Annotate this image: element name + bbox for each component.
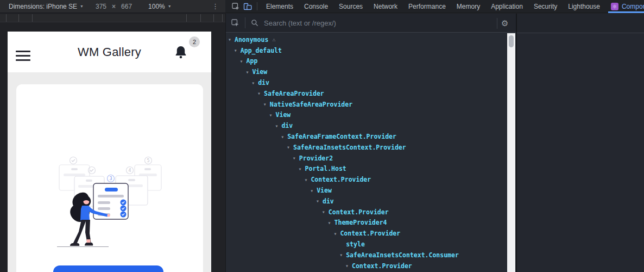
tree-row-div[interactable]: ▾div bbox=[226, 77, 507, 88]
search-input[interactable] bbox=[263, 18, 444, 28]
component-name: SafeAreaInsetsContext.Provider bbox=[293, 144, 406, 151]
device-toolbar: Dimensions: iPhone SE ▼ 375 × 667 100% ▼… bbox=[0, 0, 225, 13]
expand-arrow-icon[interactable]: ▾ bbox=[228, 36, 235, 42]
tree-row-app[interactable]: ▾App bbox=[226, 56, 507, 67]
inspect-component-icon[interactable] bbox=[231, 18, 239, 27]
tree-row-safeareaframecontext-provider[interactable]: ▾SafeAreaFrameContext.Provider bbox=[226, 131, 507, 142]
tree-row-themeprovider4[interactable]: ▾ThemeProvider4 bbox=[226, 218, 507, 228]
tree-row-app-default[interactable]: ▾App_default bbox=[226, 45, 507, 56]
expand-arrow-icon[interactable]: ▾ bbox=[251, 80, 258, 86]
device-toolbar-toggle-icon[interactable] bbox=[242, 0, 254, 13]
tab-label: Console bbox=[304, 3, 328, 10]
component-name: Context.Provider bbox=[352, 262, 412, 270]
expand-arrow-icon[interactable]: ▾ bbox=[322, 209, 329, 215]
primary-action-button[interactable] bbox=[53, 265, 163, 272]
expand-arrow-icon[interactable]: ▾ bbox=[339, 252, 346, 258]
expand-arrow-icon[interactable]: ▾ bbox=[299, 166, 305, 172]
tab-label: Security bbox=[534, 3, 557, 10]
expand-arrow-icon[interactable]: ▾ bbox=[287, 144, 293, 150]
tab-console[interactable]: Console bbox=[299, 0, 333, 13]
tab-security[interactable]: Security bbox=[528, 0, 563, 13]
props-pane-toolbar bbox=[517, 14, 644, 33]
component-name: App bbox=[247, 57, 258, 65]
ruler bbox=[0, 14, 225, 22]
component-name: Context.Provider bbox=[329, 208, 389, 216]
component-name: div bbox=[281, 122, 293, 129]
tree-row-view[interactable]: ▾View bbox=[226, 110, 507, 121]
expand-arrow-icon[interactable]: ▾ bbox=[310, 188, 317, 194]
search-icon bbox=[251, 19, 258, 27]
tab-lighthouse[interactable]: Lighthouse bbox=[563, 0, 605, 13]
dimensions-label: Dimensions: iPhone SE bbox=[9, 3, 77, 10]
dimensions-select[interactable]: Dimensions: iPhone SE ▼ bbox=[9, 3, 84, 10]
expand-arrow-icon[interactable]: ▾ bbox=[257, 90, 264, 96]
expand-arrow-icon[interactable]: ▾ bbox=[281, 134, 287, 140]
tree-row-provider2[interactable]: ▾Provider2 bbox=[226, 153, 507, 164]
zoom-select[interactable]: 100% ▼ bbox=[148, 3, 172, 10]
react-logo-icon: ⚛ bbox=[611, 3, 618, 10]
tree-row-context-provider[interactable]: ▾Context.Provider bbox=[226, 228, 507, 239]
component-name: Provider2 bbox=[299, 154, 333, 162]
tree-row-view[interactable]: ▾View bbox=[226, 66, 507, 77]
tree-row-safeareainsetscontext-provider[interactable]: ▾SafeAreaInsetsContext.Provider bbox=[226, 142, 507, 153]
content-card: 5 4 3 bbox=[16, 84, 203, 272]
app-body: 5 4 3 bbox=[8, 72, 211, 272]
svg-text:5: 5 bbox=[147, 158, 149, 163]
gear-icon[interactable]: ⚙ bbox=[501, 14, 508, 33]
expand-arrow-icon[interactable]: ▾ bbox=[333, 231, 340, 237]
device-width-field[interactable]: 375 bbox=[96, 3, 106, 10]
expand-arrow-icon[interactable]: ▾ bbox=[263, 101, 270, 107]
expand-arrow-icon[interactable]: ▾ bbox=[293, 155, 299, 161]
tree-row-safeareaprovider[interactable]: ▾SafeAreaProvider bbox=[226, 88, 507, 99]
notification-bell-icon[interactable] bbox=[173, 44, 188, 60]
expand-arrow-icon[interactable]: ▾ bbox=[275, 123, 281, 129]
tab-sources[interactable]: Sources bbox=[333, 0, 368, 13]
expand-arrow-icon[interactable]: ▾ bbox=[245, 69, 252, 75]
components-panel: ⚙ ▾Anonymous⚠▾App_default▾App▾View▾div▾S… bbox=[225, 14, 644, 272]
expand-arrow-icon[interactable]: ▾ bbox=[240, 58, 247, 64]
scrollbar-thumb[interactable] bbox=[509, 35, 514, 47]
tab-label: Lighthouse bbox=[568, 3, 600, 10]
tab-label: Elements bbox=[266, 3, 293, 10]
tree-row-style[interactable]: ▾style bbox=[226, 239, 507, 250]
expand-arrow-icon[interactable]: ▾ bbox=[234, 47, 241, 53]
tab-application[interactable]: Application bbox=[485, 0, 528, 13]
expand-arrow-icon[interactable]: ▾ bbox=[269, 112, 276, 118]
app-header: WM Gallery 2 bbox=[8, 32, 211, 72]
divider bbox=[497, 18, 497, 29]
component-name: NativeSafeAreaProvider bbox=[270, 101, 352, 108]
tree-row-context-provider[interactable]: ▾Context.Provider bbox=[226, 207, 507, 218]
expand-arrow-icon[interactable]: ▾ bbox=[345, 263, 352, 269]
tree-row-div[interactable]: ▾div bbox=[226, 120, 507, 131]
tree-row-view[interactable]: ▾View bbox=[226, 185, 507, 196]
expand-arrow-icon[interactable]: ▾ bbox=[316, 198, 323, 204]
component-tree: ▾Anonymous⚠▾App_default▾App▾View▾div▾Saf… bbox=[226, 33, 507, 272]
tab-elements[interactable]: Elements bbox=[261, 0, 299, 13]
divider bbox=[257, 2, 257, 10]
tab-performance[interactable]: Performance bbox=[403, 0, 451, 13]
tree-row-safeareainsetscontext-consumer[interactable]: ▾SafeAreaInsetsContext.Consumer bbox=[226, 250, 507, 261]
tree-row-context-provider[interactable]: ▾Context.Provider bbox=[226, 174, 507, 185]
expand-arrow-icon[interactable]: ▾ bbox=[328, 220, 334, 226]
tab-memory[interactable]: Memory bbox=[451, 0, 485, 13]
component-name: SafeAreaInsetsContext.Consumer bbox=[346, 251, 459, 259]
props-pane bbox=[517, 33, 644, 272]
tree-row-context-provider[interactable]: ▾Context.Provider bbox=[226, 261, 507, 271]
tree-scrollbar[interactable] bbox=[507, 33, 515, 272]
tab-components[interactable]: ⚛Components bbox=[605, 0, 644, 13]
tree-row-nativesafeareaprovider[interactable]: ▾NativeSafeAreaProvider bbox=[226, 99, 507, 110]
tab-label: Sources bbox=[339, 3, 363, 10]
component-name: App_default bbox=[241, 47, 282, 54]
tab-network[interactable]: Network bbox=[368, 0, 403, 13]
tree-row-div[interactable]: ▾div bbox=[226, 196, 507, 207]
devtools-tab-bar: ElementsConsoleSourcesNetworkPerformance… bbox=[225, 0, 644, 13]
kebab-menu-icon[interactable]: ⋮ bbox=[212, 2, 219, 10]
tree-row-portal-host[interactable]: ▾Portal.Host bbox=[226, 164, 507, 175]
inspect-element-icon[interactable] bbox=[230, 0, 242, 13]
expand-arrow-icon[interactable]: ▾ bbox=[304, 177, 311, 183]
devtools-tabs: ElementsConsoleSourcesNetworkPerformance… bbox=[261, 0, 644, 13]
tree-row-anonymous[interactable]: ▾Anonymous⚠ bbox=[226, 34, 507, 45]
device-height-field[interactable]: 667 bbox=[121, 3, 132, 10]
component-name: View bbox=[276, 111, 291, 119]
component-name: div bbox=[258, 79, 269, 86]
